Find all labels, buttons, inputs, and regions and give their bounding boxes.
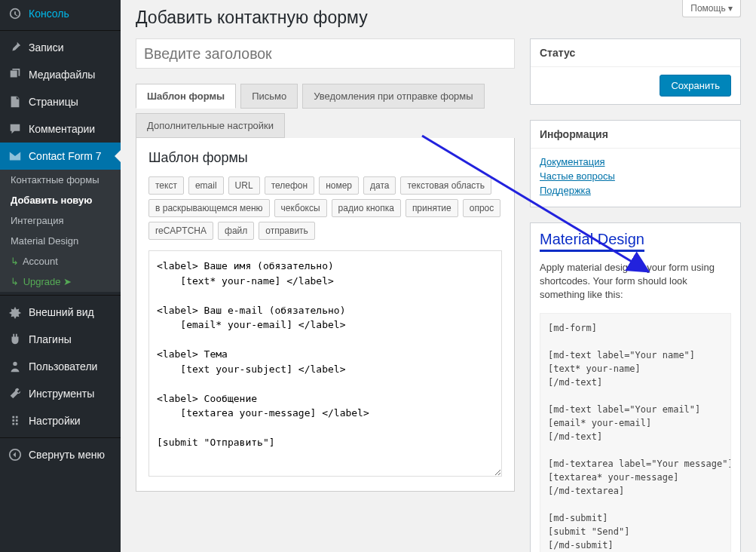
sidebar-item-console[interactable]: Консоль (0, 0, 121, 27)
tag-checkbox[interactable]: чекбоксы (274, 199, 327, 217)
submenu-contact-forms[interactable]: Контактные формы (0, 170, 121, 190)
pages-icon (8, 94, 23, 109)
tools-icon (8, 386, 23, 401)
form-title-input[interactable] (136, 38, 515, 69)
sidebar-label: Пользователи (29, 360, 97, 373)
submenu-add-new[interactable]: Добавить новую (0, 190, 121, 210)
sidebar-label: Свернуть меню (29, 449, 105, 461)
sidebar-collapse[interactable]: Свернуть меню (0, 441, 121, 468)
sidebar-item-users[interactable]: Пользователи (0, 353, 121, 380)
settings-icon (8, 413, 23, 428)
tag-recaptcha[interactable]: reCAPTCHA (148, 222, 213, 240)
tag-submit[interactable]: отправить (259, 222, 315, 240)
branch-icon: ↳ (11, 256, 19, 267)
sidebar-item-tools[interactable]: Инструменты (0, 380, 121, 407)
tab-mail[interactable]: Письмо (240, 84, 298, 109)
tab-additional[interactable]: Дополнительные настройки (136, 113, 285, 138)
tag-date[interactable]: дата (363, 176, 396, 195)
main-content: Помощь ▾ Добавить контактную форму Шабло… (121, 0, 756, 552)
comments-icon (8, 121, 23, 136)
dashboard-icon (8, 6, 23, 21)
submenu-material-design[interactable]: Material Design (0, 231, 121, 251)
save-button[interactable]: Сохранить (660, 75, 731, 97)
sidebar-label: Записи (29, 41, 63, 54)
form-editor[interactable] (148, 250, 502, 477)
tag-textarea[interactable]: текстовая область (400, 176, 491, 195)
sidebar-label: Комментарии (29, 123, 95, 135)
tab-messages[interactable]: Уведомления при отправке формы (302, 84, 484, 109)
tag-radio[interactable]: радио кнопка (332, 199, 401, 217)
sidebar-label: Contact Form 7 (29, 150, 101, 162)
material-design-box: Material Design Apply material design to… (530, 222, 741, 552)
collapse-icon (8, 447, 23, 462)
link-support[interactable]: Поддержка (540, 185, 591, 196)
appearance-icon (8, 305, 23, 320)
status-box: Статус Сохранить (530, 38, 741, 105)
sidebar-label: Внешний вид (29, 306, 94, 318)
md-code-sample: [md-form] [md-text label="Your name"] [t… (540, 313, 731, 552)
media-icon (8, 67, 23, 82)
panel-heading: Шаблон формы (148, 150, 502, 166)
submenu-integration[interactable]: Интеграция (0, 210, 121, 231)
sidebar-label: Медиафайлы (29, 69, 95, 81)
sidebar-label: Плагины (29, 333, 72, 345)
tag-text[interactable]: текст (148, 176, 184, 195)
tag-email[interactable]: email (188, 176, 224, 195)
tab-row: Шаблон формы Письмо Уведомления при отпр… (136, 84, 515, 139)
sidebar-label: Инструменты (29, 388, 94, 400)
chevron-down-icon: ▾ (728, 3, 733, 14)
sidebar-submenu: Контактные формы Добавить новую Интеграц… (0, 170, 121, 292)
admin-sidebar: Консоль Записи Медиафайлы Страницы Комме… (0, 0, 121, 552)
tag-number[interactable]: номер (319, 176, 359, 195)
svg-point-0 (13, 362, 17, 366)
link-docs[interactable]: Документация (540, 156, 605, 167)
tab-form-template[interactable]: Шаблон формы (136, 84, 236, 109)
md-box-desc: Apply material design to your form using… (540, 261, 731, 302)
submenu-account[interactable]: ↳ Account (0, 251, 121, 271)
submenu-upgrade[interactable]: ↳ Upgrade ➤ (0, 271, 121, 292)
tag-file[interactable]: файл (218, 222, 254, 240)
sidebar-item-comments[interactable]: Комментарии (0, 115, 121, 143)
users-icon (8, 359, 23, 374)
md-box-title: Material Design (540, 231, 644, 252)
mail-icon (8, 149, 23, 164)
tag-select[interactable]: в раскрывающемся меню (148, 199, 270, 217)
tag-tel[interactable]: телефон (265, 176, 315, 195)
sidebar-label: Настройки (29, 415, 81, 427)
sidebar-item-media[interactable]: Медиафайлы (0, 61, 121, 88)
tag-quiz[interactable]: опрос (463, 199, 501, 217)
sidebar-item-contact-form-7[interactable]: Contact Form 7 (0, 143, 121, 170)
page-title: Добавить контактную форму (136, 8, 741, 28)
tag-acceptance[interactable]: принятие (406, 199, 458, 217)
sidebar-label: Консоль (29, 8, 69, 20)
link-faq[interactable]: Частые вопросы (540, 170, 615, 182)
help-button[interactable]: Помощь ▾ (682, 0, 741, 17)
sidebar-item-pages[interactable]: Страницы (0, 88, 121, 115)
sidebar-item-plugins[interactable]: Плагины (0, 326, 121, 353)
sidebar-item-posts[interactable]: Записи (0, 34, 121, 61)
sidebar-label: Страницы (29, 96, 78, 108)
status-box-title: Статус (531, 39, 740, 67)
form-panel: Шаблон формы текст email URL телефон ном… (136, 138, 515, 492)
tag-url[interactable]: URL (228, 176, 260, 195)
info-box-title: Информация (531, 121, 740, 149)
pin-icon (8, 40, 23, 55)
info-box: Информация Документация Частые вопросы П… (530, 120, 741, 207)
plugins-icon (8, 332, 23, 347)
branch-icon: ↳ (11, 276, 19, 287)
sidebar-item-settings[interactable]: Настройки (0, 407, 121, 434)
sidebar-item-appearance[interactable]: Внешний вид (0, 299, 121, 326)
tag-button-row: текст email URL телефон номер дата текст… (148, 176, 502, 195)
